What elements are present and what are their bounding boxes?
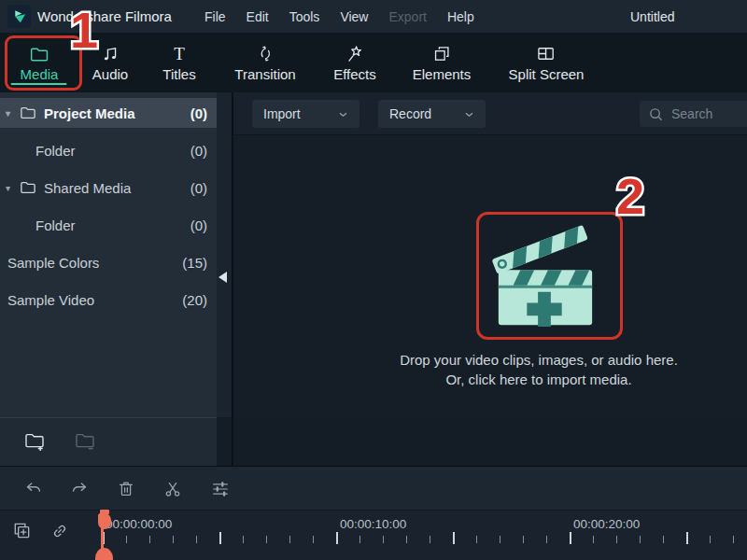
tab-elements[interactable]: Elements [413, 33, 472, 92]
import-label: Import [263, 106, 301, 121]
sidebar-item-label: Folder [35, 143, 76, 159]
media-library-sidebar: ▾ Project Media (0) Folder (0) ▾ Shared … [0, 92, 217, 417]
item-count: (15) [182, 255, 207, 271]
tab-label: Titles [162, 66, 195, 82]
filmora-window: Wondershare Filmora File Edit Tools View… [0, 0, 747, 560]
tab-label: Effects [333, 66, 376, 82]
tab-titles[interactable]: T Titles [162, 33, 195, 92]
search-box[interactable] [640, 101, 747, 127]
item-count: (0) [190, 217, 207, 233]
folder-icon [20, 180, 36, 195]
dropzone-line2: Or, click here to import media. [400, 370, 678, 389]
dropzone-text[interactable]: Drop your video clips, images, or audio … [400, 350, 678, 389]
sidebar-item-label: Shared Media [44, 180, 131, 196]
sidebar-item-label: Sample Video [7, 292, 94, 308]
menu-help[interactable]: Help [447, 9, 474, 24]
title-bar: Wondershare Filmora File Edit Tools View… [0, 0, 747, 33]
split-screen-icon [536, 43, 557, 63]
sidebar-item-label: Sample Colors [7, 255, 99, 271]
sidebar-item-label: Project Media [44, 105, 135, 121]
sidebar-item-project-media[interactable]: ▾ Project Media (0) [0, 98, 217, 128]
timeline-panel: 00:00:00:00 00:00:10:00 00:00:20:00 [0, 466, 747, 560]
expand-triangle-icon[interactable]: ▾ [6, 108, 18, 119]
sidebar-item-sample-colors[interactable]: Sample Colors (15) [0, 247, 217, 277]
tab-label: Media [21, 66, 59, 82]
tab-audio[interactable]: Audio [92, 33, 128, 92]
clapperboard-add-icon[interactable] [489, 223, 599, 331]
sidebar-item-sample-video[interactable]: Sample Video (20) [0, 285, 217, 315]
folder-icon [29, 43, 49, 63]
delete-folder-icon[interactable] [74, 430, 96, 452]
item-count: (0) [190, 180, 207, 196]
tab-label: Elements [413, 66, 472, 82]
menu-view[interactable]: View [340, 9, 368, 24]
timecode-label: 00:00:10:00 [340, 517, 406, 531]
import-button[interactable]: Import [252, 100, 359, 128]
sidebar-item-folder-2[interactable]: Folder (0) [0, 210, 217, 240]
item-count: (0) [190, 143, 207, 159]
layers-icon [432, 43, 452, 63]
item-count: (0) [190, 105, 207, 121]
collapse-left-icon[interactable] [218, 272, 227, 283]
trash-icon[interactable] [116, 479, 136, 499]
media-toolbar: Import Record [233, 92, 747, 135]
tab-effects[interactable]: Effects [333, 33, 376, 92]
folder-icon [20, 105, 36, 120]
chevron-down-icon [338, 111, 348, 118]
panel-gutter [217, 92, 232, 417]
redo-icon[interactable] [69, 479, 90, 499]
music-notes-icon [101, 43, 120, 63]
tab-label: Audio [92, 66, 128, 82]
adjust-sliders-icon[interactable] [210, 479, 231, 499]
tab-label: Split Screen [509, 66, 585, 82]
media-panel: Import Record [233, 92, 747, 417]
sidebar-item-label: Folder [35, 217, 76, 233]
tab-media[interactable]: Media [21, 33, 59, 92]
add-media-to-track-icon[interactable] [11, 520, 33, 541]
search-icon [648, 106, 664, 122]
dropzone-line1: Drop your video clips, images, or audio … [400, 350, 678, 370]
tab-split-screen[interactable]: Split Screen [509, 33, 585, 92]
feature-tab-bar: Media Audio T Titles Transition [0, 33, 747, 92]
scissors-icon[interactable] [162, 479, 183, 499]
record-label: Record [389, 106, 431, 121]
chevron-down-icon [464, 111, 474, 118]
menu-tools[interactable]: Tools [289, 9, 320, 24]
timeline-ruler[interactable]: 00:00:00:00 00:00:10:00 00:00:20:00 [0, 510, 747, 560]
record-button[interactable]: Record [378, 100, 486, 128]
cycle-arrows-icon [256, 43, 275, 63]
sidebar-item-folder-1[interactable]: Folder (0) [0, 135, 217, 165]
timecode-label: 00:00:20:00 [573, 517, 640, 531]
link-icon[interactable] [50, 522, 69, 540]
menu-bar: File Edit Tools View Export Help [204, 0, 474, 33]
sidebar-item-shared-media[interactable]: ▾ Shared Media (0) [0, 173, 217, 203]
tab-label: Transition [234, 66, 295, 82]
letter-t-icon: T [174, 43, 185, 63]
item-count: (20) [182, 292, 207, 308]
ruler-minor-ticks [103, 536, 747, 543]
filmora-logo-icon [7, 5, 31, 28]
menu-file[interactable]: File [204, 9, 226, 24]
sidebar-footer [0, 417, 217, 466]
star-icon [345, 43, 365, 63]
menu-edit[interactable]: Edit [247, 9, 269, 24]
project-name: Untitled [630, 0, 674, 33]
add-folder-icon[interactable] [23, 430, 46, 452]
menu-export: Export [388, 9, 426, 24]
app-title: Wondershare Filmora [37, 0, 172, 33]
search-input[interactable] [669, 105, 742, 122]
tab-transition[interactable]: Transition [234, 33, 295, 92]
timecode-label: 00:00:00:00 [106, 517, 172, 531]
expand-triangle-icon[interactable]: ▾ [6, 183, 18, 193]
undo-icon[interactable] [23, 479, 44, 499]
